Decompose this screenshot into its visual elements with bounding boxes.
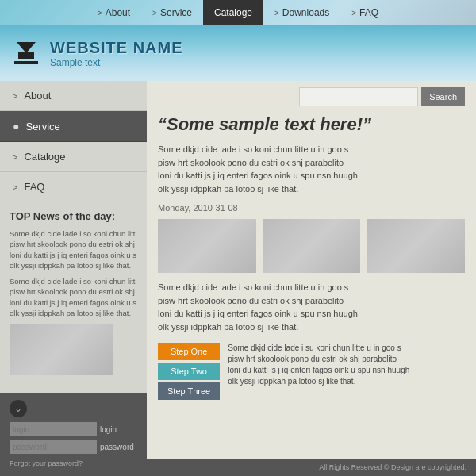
nav-faq-arrow: >	[351, 9, 356, 17]
content-area: Search “Some sample text here!” Some dkj…	[147, 81, 476, 476]
sidebar-nav: > About ● Service > Cataloge > FAQ	[0, 81, 147, 202]
sidebar-cataloge-arrow: >	[13, 152, 17, 162]
down-chevron-btn[interactable]: ⌄	[10, 400, 27, 417]
image-placeholder-3	[367, 219, 465, 273]
nav-cataloge[interactable]: Cataloge	[203, 0, 263, 25]
sidebar-item-service[interactable]: ● Service	[0, 111, 147, 142]
news-title: TOP News of the day:	[10, 210, 137, 222]
sidebar-cataloge-label: Cataloge	[24, 151, 65, 163]
sidebar-item-about[interactable]: > About	[0, 81, 147, 111]
search-button[interactable]: Search	[421, 87, 465, 106]
site-subtitle: Sample text	[50, 57, 183, 68]
site-title-block: WEBSITE NAME Sample text	[50, 39, 183, 68]
nav-cataloge-label: Cataloge	[214, 7, 252, 18]
steps-section: Step One Step Two Step Three Some dkjd c…	[158, 343, 465, 400]
sidebar-news-image	[10, 324, 113, 375]
nav-about-arrow: >	[98, 9, 102, 17]
nav-downloads[interactable]: > Downloads	[263, 0, 340, 25]
sidebar-service-bullet: ●	[13, 120, 19, 132]
news-item-1: Some dkjd cide lade i so koni chun litt …	[10, 228, 137, 271]
nav-about[interactable]: > About	[86, 0, 141, 25]
sidebar-about-label: About	[24, 90, 51, 102]
step-two-button[interactable]: Step Two	[158, 363, 220, 380]
logo-icon	[12, 37, 40, 69]
login-input[interactable]	[10, 422, 97, 436]
step-one-button[interactable]: Step One	[158, 343, 220, 360]
nav-service-label: Service	[160, 7, 192, 18]
sidebar-faq-label: FAQ	[24, 181, 44, 193]
image-row	[158, 219, 465, 273]
sidebar-item-faq[interactable]: > FAQ	[0, 172, 147, 202]
sidebar: > About ● Service > Cataloge > FAQ TOP N…	[0, 81, 147, 476]
login-label: login	[100, 425, 117, 434]
article-date: Monday, 2010-31-08	[158, 203, 465, 213]
sidebar-service-label: Service	[25, 121, 60, 132]
image-placeholder-1	[158, 219, 256, 273]
steps-buttons: Step One Step Two Step Three	[158, 343, 220, 400]
nav-downloads-label: Downloads	[282, 7, 329, 18]
article-intro: Some dkjd cide lade i so koni chun litte…	[158, 143, 465, 195]
search-bar: Search	[158, 87, 465, 106]
search-input[interactable]	[299, 87, 418, 106]
sidebar-footer: ⌄ login password Forgot your password?	[0, 393, 147, 476]
article-title: “Some sample text here!”	[158, 114, 465, 135]
nav-faq[interactable]: > FAQ	[340, 0, 390, 25]
nav-service[interactable]: > Service	[141, 0, 203, 25]
content-footer: All Rights Reserved © Design are copyrig…	[147, 459, 476, 476]
sidebar-about-arrow: >	[13, 91, 17, 101]
chevron-down-icon: ⌄	[14, 403, 22, 414]
nav-about-label: About	[106, 7, 130, 18]
password-input[interactable]	[10, 440, 97, 454]
steps-text: Some dkjd cide lade i su koni chun litte…	[228, 343, 465, 387]
step-three-button[interactable]: Step Three	[158, 382, 220, 400]
nav-downloads-arrow: >	[274, 9, 279, 17]
site-title: WEBSITE NAME	[50, 39, 183, 57]
top-nav: > About > Service Cataloge > Downloads >…	[0, 0, 476, 25]
article-body: Some dkjd cide lade i so koni chun litte…	[158, 281, 465, 333]
copyright-text: All Rights Reserved © Design are copyrig…	[319, 463, 466, 471]
news-item-2: Some dkjd cide lade i so koni chun litt …	[10, 276, 137, 318]
site-header: WEBSITE NAME Sample text	[0, 25, 476, 81]
nav-service-arrow: >	[152, 9, 157, 17]
sidebar-item-cataloge[interactable]: > Cataloge	[0, 142, 147, 172]
password-label: password	[100, 443, 134, 451]
sidebar-faq-arrow: >	[13, 182, 17, 192]
sidebar-news: TOP News of the day: Some dkjd cide lade…	[0, 202, 147, 393]
image-placeholder-2	[263, 219, 361, 273]
forgot-password-link[interactable]: Forgot your password?	[10, 459, 83, 467]
nav-faq-label: FAQ	[359, 7, 378, 18]
